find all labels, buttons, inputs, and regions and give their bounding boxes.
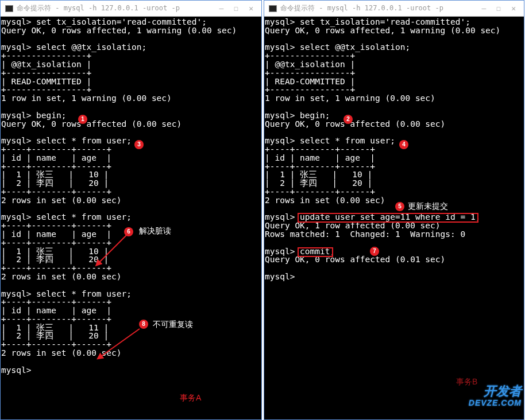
marker-1: 1: [78, 115, 87, 124]
label-transaction-a: 事务A: [180, 393, 201, 403]
window-buttons-left: — ☐ ✕: [219, 4, 261, 13]
annotation-non-repeatable-read: 不可重复读: [153, 320, 193, 330]
annotation-solve-dirty-read: 解决脏读: [139, 226, 171, 236]
minimize-button[interactable]: —: [219, 4, 224, 13]
maximize-button[interactable]: ☐: [496, 4, 501, 13]
marker-3: 3: [134, 140, 144, 149]
marker-2: 2: [343, 115, 353, 124]
titlebar-left[interactable]: 命令提示符 - mysql -h 127.0.0.1 -uroot -p — ☐…: [1, 1, 261, 17]
marker-7: 7: [370, 247, 379, 256]
annotation-update-uncommitted: 更新未提交: [408, 201, 448, 212]
close-button[interactable]: ✕: [511, 4, 516, 13]
highlight-update-statement: [298, 213, 478, 223]
console-left[interactable]: mysql> set tx_isolation='read-committed'…: [1, 17, 261, 419]
marker-8: 8: [139, 320, 148, 329]
minimize-button[interactable]: —: [482, 4, 487, 13]
window-buttons-right: — ☐ ✕: [482, 4, 524, 13]
titlebar-title-left: 命令提示符 - mysql -h 127.0.0.1 -uroot -p: [17, 3, 180, 13]
titlebar-right[interactable]: 命令提示符 - mysql -h 127.0.0.1 -uroot -p — ☐…: [264, 1, 524, 17]
watermark-bottom: DEVZE.COM: [469, 397, 522, 409]
marker-5: 5: [395, 202, 404, 211]
terminal-window-left: 命令提示符 - mysql -h 127.0.0.1 -uroot -p — ☐…: [0, 0, 262, 420]
watermark: 开发者 DEVZE.COM: [469, 386, 522, 409]
marker-4: 4: [399, 140, 408, 149]
cmd-icon: [269, 5, 277, 12]
terminal-window-right: 命令提示符 - mysql -h 127.0.0.1 -uroot -p — ☐…: [264, 0, 524, 420]
maximize-button[interactable]: ☐: [234, 4, 238, 13]
marker-6: 6: [124, 227, 133, 236]
close-button[interactable]: ✕: [249, 4, 253, 13]
watermark-top: 开发者: [469, 386, 522, 397]
titlebar-title-right: 命令提示符 - mysql -h 127.0.0.1 -uroot -p: [280, 3, 443, 13]
cmd-icon: [5, 5, 13, 12]
highlight-commit-statement: [298, 247, 333, 257]
